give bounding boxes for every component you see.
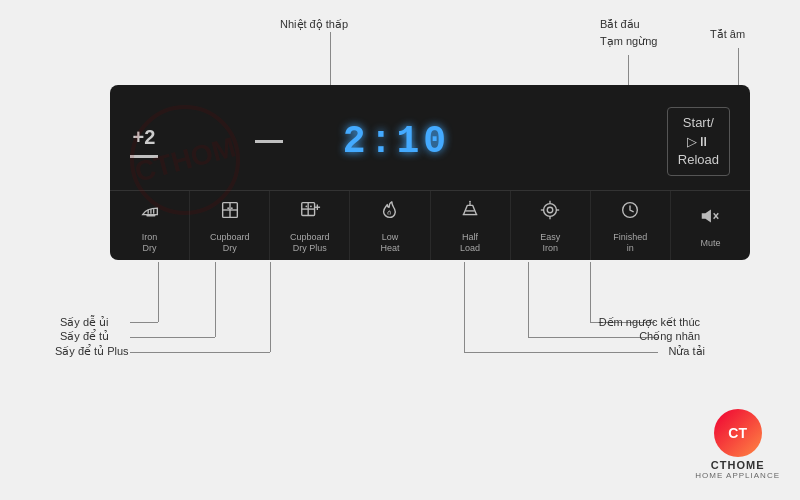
hline-cupboard-dry-plus xyxy=(130,352,270,353)
center-dash-left xyxy=(255,140,283,143)
annotation-tat-am: Tắt âm xyxy=(710,28,745,41)
annotation-tam-ngung: Tạm ngừng xyxy=(600,35,657,48)
line-easy-iron xyxy=(528,262,529,337)
icons-row: IronDry CupboardDry xyxy=(110,190,750,260)
svg-point-19 xyxy=(469,201,471,203)
line-cupboard-dry xyxy=(215,262,216,337)
svg-rect-0 xyxy=(146,215,155,217)
annotation-nhiet-do-thap: Nhiệt độ thấp xyxy=(280,18,348,31)
plus2-bar xyxy=(130,155,158,158)
annotation-say-de-tu: Sấy để tủ xyxy=(60,330,109,343)
hline-cupboard-dry xyxy=(130,337,215,338)
icon-half-load[interactable]: HalfLoad xyxy=(431,191,511,260)
svg-point-21 xyxy=(547,208,553,214)
icon-mute[interactable]: Mute xyxy=(671,191,750,260)
line-cupboard-dry-plus xyxy=(270,262,271,352)
start-reload-button[interactable]: Start/ ▷⏸ Reload xyxy=(667,107,730,176)
line-iron-dry xyxy=(158,262,159,322)
annotation-chong-nhan: Chống nhăn xyxy=(639,330,700,343)
hline-iron-dry xyxy=(130,322,158,323)
control-panel: +2 2:10 Start/ ▷⏸ Reload xyxy=(110,85,750,260)
annotation-nua-tai: Nửa tải xyxy=(668,345,705,358)
annotation-say-de-tu-plus: Sấy để tủ Plus xyxy=(55,345,129,358)
icon-low-heat[interactable]: LowHeat xyxy=(350,191,430,260)
annotation-dem-nguoc: Đếm ngược kết thúc xyxy=(599,316,700,329)
cthome-circle: CT xyxy=(714,409,762,457)
annotation-say-de-ui: Sấy dễ ủi xyxy=(60,316,109,329)
hline-half-load xyxy=(464,352,658,353)
icon-cupboard-dry[interactable]: CupboardDry xyxy=(190,191,270,260)
svg-point-12 xyxy=(305,206,307,208)
svg-point-20 xyxy=(544,204,557,217)
icon-easy-iron[interactable]: EasyIron xyxy=(511,191,591,260)
icon-iron-dry[interactable]: IronDry xyxy=(110,191,190,260)
cthome-logo: CT CTHOME HOME APPLIANCE xyxy=(695,409,780,480)
line-finished-in xyxy=(590,262,591,322)
line-half-load xyxy=(464,262,465,352)
icon-cupboard-dry-plus[interactable]: CupboardDry Plus xyxy=(270,191,350,260)
annotation-bat-dau: Bắt đầu xyxy=(600,18,640,31)
svg-point-7 xyxy=(227,208,229,210)
svg-point-13 xyxy=(310,206,312,208)
timer-display: 2:10 xyxy=(343,120,450,163)
plus2-indicator: +2 xyxy=(130,126,158,158)
icon-finished-in[interactable]: Finishedin xyxy=(591,191,671,260)
svg-point-8 xyxy=(231,208,233,210)
svg-marker-27 xyxy=(702,209,711,222)
